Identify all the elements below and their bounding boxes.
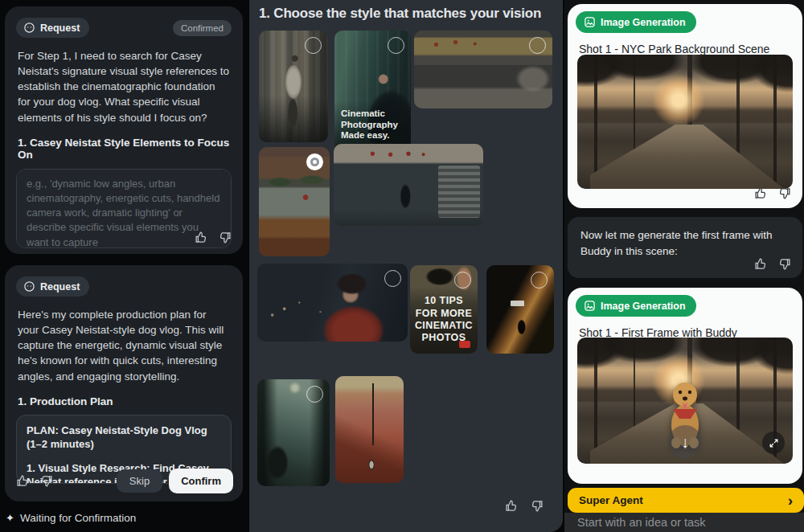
style-tile-storefront-yellow-sign[interactable] [414,31,552,108]
style-tile-woman-red-jacket[interactable] [257,264,408,342]
style-picker-title: 1. Choose the style that matches your vi… [259,6,541,22]
thumbs-up-icon[interactable] [754,257,768,271]
feedback-row [505,499,544,513]
prompt-input[interactable]: Start with an idea or task [564,513,804,532]
request-badge: Request [16,18,89,38]
style-tile-low-angle-towers[interactable] [257,379,330,486]
confirmed-badge: Confirmed [173,20,232,36]
tile-shade [334,144,483,226]
image-generation-badge: Image Generation [576,295,696,317]
plan-title: PLAN: Casey Neistat-Style Dog Vlog (1–2 … [27,424,221,452]
plan-paragraph: Here's my complete production plan for y… [5,297,243,384]
card-header: Request [5,265,243,297]
sparkle-icon: ✦ [6,512,14,524]
shot-title: Shot 1 - NYC Park Background Scene [579,43,802,55]
radio-unselected-icon[interactable] [388,37,404,54]
download-arrow-icon: ↓ [681,433,689,452]
request-paragraph: For Step 1, I need to search for Casey N… [5,38,243,125]
thumbs-down-icon[interactable] [218,231,232,244]
super-agent-bar[interactable]: Super Agent › [568,488,804,513]
status-bar: ✦ Waiting for Confirmation [6,512,136,524]
assistant-message-text: Now let me generate the first frame with… [568,217,802,259]
radio-unselected-icon[interactable] [454,272,471,289]
request-badge-label: Request [40,281,80,293]
prompt-placeholder: Start with an idea or task [577,516,706,529]
thumbs-down-icon[interactable] [530,499,544,513]
skip-button[interactable]: Skip [117,469,162,493]
thumbs-down-icon[interactable] [777,257,791,271]
radio-unselected-icon[interactable] [529,37,546,54]
style-tile-light-beam-alley[interactable] [486,265,554,354]
feedback-row [754,186,791,200]
thumbs-up-icon[interactable] [16,474,30,488]
generated-image-nyc-park [577,55,793,189]
thumbs-up-icon[interactable] [754,186,768,200]
radio-unselected-icon[interactable] [305,37,322,54]
conversation-panel: Request Confirmed For Step 1, I need to … [0,0,248,532]
radio-unselected-icon[interactable] [531,272,548,289]
confirm-button[interactable]: Confirm [169,469,233,493]
image-generation-card-1: Image Generation Shot 1 - NYC Park Backg… [568,4,802,208]
expand-icon[interactable] [762,432,785,454]
thumbs-down-icon[interactable] [777,186,791,200]
style-tile-city-collage[interactable] [259,147,330,256]
image-generation-badge-label: Image Generation [601,301,686,312]
request-card-2: Request Here's my complete production pl… [5,265,243,501]
image-generation-badge: Image Generation [576,11,696,33]
generation-panel: Image Generation Shot 1 - NYC Park Backg… [564,0,804,532]
style-tile-motion-blur-portrait[interactable] [259,31,328,142]
thumbs-down-icon[interactable] [39,474,53,488]
production-plan-heading: 1. Production Plan [5,384,243,407]
style-tile-ten-tips-poster[interactable]: 10 TIPS FOR MORE CINEMATIC PHOTOS [410,265,478,354]
image-generation-icon [584,16,596,28]
super-agent-label: Super Agent [579,494,788,506]
card-header: Request Confirmed [5,6,243,38]
thumbs-up-icon[interactable] [505,499,519,513]
style-elements-heading: 1. Casey Neistat Style Elements to Focus… [5,125,243,161]
feedback-row [754,257,791,271]
style-picker-panel: 1. Choose the style that matches your vi… [249,0,563,532]
radio-unselected-icon[interactable] [384,270,401,287]
ghost-icon [23,22,35,34]
confirmation-actions: Skip Confirm [16,469,233,493]
thumbs-up-icon[interactable] [195,231,208,244]
tile-shade [335,376,404,483]
style-tile-deli-storefront[interactable] [334,144,483,226]
radio-unselected-icon[interactable] [306,386,323,403]
assistant-message-card: Now let me generate the first frame with… [568,217,802,278]
ghost-icon [23,280,35,293]
chevron-right-icon: › [788,493,793,508]
generated-image-buddy-first-frame: ↓ [577,338,793,464]
request-card-1: Request Confirmed For Step 1, I need to … [5,6,243,254]
radio-selected-icon[interactable] [306,153,323,170]
image-generation-badge-label: Image Generation [601,17,686,28]
image-generation-icon [584,300,596,312]
feedback-row [195,231,232,244]
request-badge: Request [16,276,89,297]
request-badge-label: Request [40,23,80,34]
image-generation-card-2: Image Generation Shot 1 - First Frame wi… [568,288,802,484]
status-text: Waiting for Confirmation [20,512,136,524]
tile-overlay-text: Cinematic Photography Made easy. [341,108,398,148]
style-tile-orange-wall[interactable] [335,376,404,483]
tile-overlay-text: 10 TIPS FOR MORE CINEMATIC PHOTOS [410,295,478,344]
download-button[interactable]: ↓ [668,425,702,459]
